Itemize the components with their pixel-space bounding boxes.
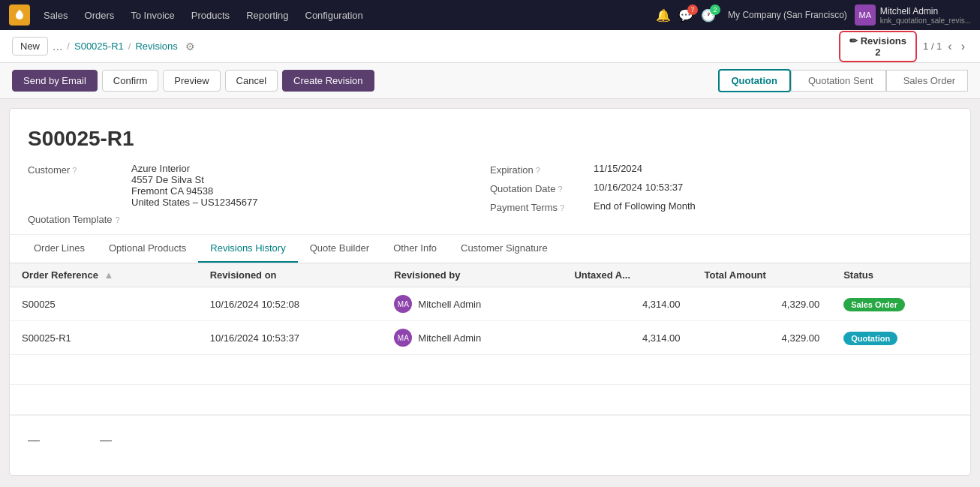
status-badge: Quotation (843, 332, 897, 345)
form-fields: Customer ? Azure Interior 4557 De Silva … (28, 163, 952, 225)
status-steps: Quotation Quotation Sent Sales Order (718, 69, 969, 92)
pagination-prev[interactable]: ‹ (945, 38, 954, 55)
breadcrumb-sep2: / (128, 41, 131, 52)
confirm-button[interactable]: Confirm (102, 70, 159, 92)
revisions-table-container: Order Reference ▲ Revisioned on Revision… (10, 263, 970, 415)
cell-revisioned-on: 10/16/2024 10:52:08 (198, 287, 383, 321)
topbar: Sales Orders To Invoice Products Reporti… (0, 0, 980, 30)
form-footer: — — (10, 415, 970, 475)
messaging-badge: 7 (687, 5, 698, 15)
breadcrumb-current: Revisions (135, 41, 177, 52)
pagination-next[interactable]: › (958, 38, 968, 55)
breadcrumb-parent[interactable]: S00025-R1 (74, 41, 124, 52)
empty-row (10, 355, 970, 385)
cell-revisioned-by: MA Mitchell Admin (382, 321, 562, 355)
action-bar: Send by Email Confirm Preview Cancel Cre… (0, 63, 980, 99)
form-col-right: Expiration ? 11/15/2024 Quotation Date ?… (490, 163, 952, 225)
cell-order-ref: S00025-R1 (10, 321, 198, 355)
tab-other-info[interactable]: Other Info (381, 235, 449, 263)
user-name: Mitchell Admin (880, 6, 971, 17)
quotation-date-label: Quotation Date ? (490, 182, 588, 194)
main-content: S00025-R1 Customer ? Azure Interior 4557… (9, 108, 971, 476)
expiration-value[interactable]: 11/15/2024 (594, 163, 642, 174)
app-logo[interactable] (9, 5, 30, 26)
tab-revisions-history[interactable]: Revisions History (198, 235, 297, 263)
nav-reporting[interactable]: Reporting (239, 5, 296, 26)
cell-status: Sales Order (831, 287, 970, 321)
user-subtitle: knk_quotation_sale_revis... (880, 17, 971, 25)
nav-products[interactable]: Products (184, 5, 237, 26)
cancel-button[interactable]: Cancel (225, 70, 278, 92)
user-name: Mitchell Admin (418, 299, 481, 310)
company-name: My Company (San Francisco) (728, 10, 847, 20)
new-button[interactable]: New (12, 37, 48, 56)
revisions-label: ✏ Revisions (849, 35, 906, 47)
template-help[interactable]: ? (116, 215, 120, 224)
messaging-icon[interactable]: 💬 7 (678, 8, 693, 23)
record-title: S00025-R1 (28, 127, 952, 151)
footer-dash-2: — (100, 434, 112, 447)
status-quotation[interactable]: Quotation (718, 69, 791, 92)
cell-revisioned-by: MA Mitchell Admin (382, 287, 562, 321)
payment-terms-help[interactable]: ? (560, 203, 564, 212)
customer-help[interactable]: ? (72, 166, 77, 175)
revisions-count: 2 (875, 47, 880, 58)
cell-total: 4,329.00 (693, 321, 832, 355)
tab-order-lines[interactable]: Order Lines (22, 235, 97, 263)
send-by-email-button[interactable]: Send by Email (12, 70, 98, 92)
revisions-widget[interactable]: ✏ Revisions 2 (839, 31, 917, 62)
settings-icon[interactable]: ⚙ (185, 41, 195, 53)
tabs: Order Lines Optional Products Revisions … (10, 235, 970, 263)
nav-sales[interactable]: Sales (36, 5, 76, 26)
status-quotation-sent[interactable]: Quotation Sent (791, 70, 886, 92)
cell-order-ref: S00025 (10, 287, 198, 321)
tab-quote-builder[interactable]: Quote Builder (298, 235, 382, 263)
status-badge: Sales Order (843, 298, 905, 311)
cell-revisioned-on: 10/16/2024 10:53:37 (198, 321, 383, 355)
payment-terms-field-row: Payment Terms ? End of Following Month (490, 200, 952, 213)
form-header: S00025-R1 Customer ? Azure Interior 4557… (10, 109, 970, 235)
footer-dashes: — — (28, 428, 952, 453)
create-revision-button[interactable]: Create Revision (282, 70, 374, 92)
user-avatar: MA (855, 5, 876, 26)
revisions-text: Revisions (861, 35, 906, 47)
customer-field-row: Customer ? Azure Interior 4557 De Silva … (28, 163, 490, 208)
user-menu[interactable]: MA Mitchell Admin knk_quotation_sale_rev… (855, 5, 971, 26)
tab-customer-signature[interactable]: Customer Signature (449, 235, 560, 263)
breadcrumb-right: ✏ Revisions 2 1 / 1 ‹ › (839, 31, 968, 62)
notification-icon[interactable]: 🔔 (656, 8, 671, 23)
col-total: Total Amount (693, 263, 832, 287)
user-avatar: MA (394, 295, 412, 313)
topbar-icons: 🔔 💬 7 🕐 2 My Company (San Francisco) MA … (656, 5, 971, 26)
user-avatar: MA (394, 329, 412, 347)
activity-icon[interactable]: 🕐 2 (701, 8, 716, 23)
tab-optional-products[interactable]: Optional Products (97, 235, 198, 263)
col-order-ref[interactable]: Order Reference ▲ (10, 263, 198, 287)
quotation-template-row: Quotation Template ? (28, 214, 490, 225)
activity-badge: 2 (710, 5, 720, 15)
pencil-icon: ✏ (849, 35, 858, 47)
breadcrumb-bar: New ... / S00025-R1 / Revisions ⚙ ✏ Revi… (0, 30, 980, 63)
preview-button[interactable]: Preview (163, 70, 220, 92)
expiration-help[interactable]: ? (536, 166, 540, 175)
nav-orders[interactable]: Orders (77, 5, 122, 26)
cell-untaxed: 4,314.00 (562, 287, 692, 321)
cell-status: Quotation (831, 321, 970, 355)
cell-total: 4,329.00 (693, 287, 832, 321)
table-row[interactable]: S00025-R1 10/16/2024 10:53:37 MA Mitchel… (10, 321, 970, 355)
expiration-label: Expiration ? (490, 163, 588, 176)
customer-value[interactable]: Azure Interior 4557 De Silva St Fremont … (131, 163, 257, 208)
status-sales-order[interactable]: Sales Order (886, 70, 968, 92)
breadcrumb-sep1: / (67, 41, 70, 52)
customer-label: Customer ? (28, 163, 125, 176)
topbar-nav: Sales Orders To Invoice Products Reporti… (36, 5, 656, 26)
nav-configuration[interactable]: Configuration (298, 5, 371, 26)
breadcrumb-dots[interactable]: ... (53, 40, 62, 53)
empty-row (10, 385, 970, 415)
quotation-date-help[interactable]: ? (558, 185, 562, 194)
table-row[interactable]: S00025 10/16/2024 10:52:08 MA Mitchell A… (10, 287, 970, 321)
quotation-date-value[interactable]: 10/16/2024 10:53:37 (594, 182, 683, 193)
nav-to-invoice[interactable]: To Invoice (123, 5, 182, 26)
quotation-date-field-row: Quotation Date ? 10/16/2024 10:53:37 (490, 182, 952, 194)
payment-terms-value[interactable]: End of Following Month (594, 200, 696, 212)
